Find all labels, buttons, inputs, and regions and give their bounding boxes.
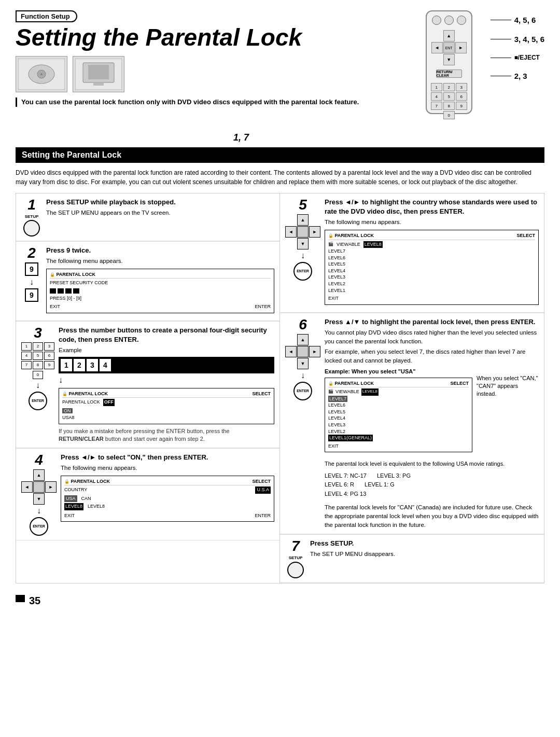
step-2-menu-footer: EXIT ENTER [50,303,271,311]
steps-grid: 1 SETUP Press SETUP while playback is st… [16,193,544,583]
ng-7: 7 [21,361,32,369]
ng-1: 1 [21,342,32,351]
d4-left: ◄ [21,481,33,493]
arrow-down-2a: ↓ [30,277,34,287]
dpad-6: ▲ ◄ ► ▼ [285,334,320,369]
step-3-on: ON [62,408,271,415]
annot-3456: 3, 4, 5, 6 [491,35,544,44]
d6-tr [309,334,320,345]
dpad-tr [455,30,467,41]
annot-eject-label: ■/EJECT [514,54,540,61]
step-3-menu-title: 🔒 PARENTAL LOCK SELECT [62,391,271,398]
step-5-menu: 🔒 PARENTAL LOCK SELECT 🎬 VIEWABLE LEVEL8… [325,230,539,305]
dpad-down: ▼ [443,54,455,65]
step-6-levels-table: LEVEL 7: NC-17 LEVEL 3: PG LEVEL 6: R LE… [325,471,539,499]
step-5-desc: The following menu appears. [325,218,539,227]
d5-right: ► [309,226,320,238]
step-4-number: 4 [35,453,43,467]
return-clear-bold: RETURN/CLEAR [59,436,104,442]
dpad-tl [431,30,443,41]
d6-down: ▼ [297,358,309,369]
annot-456: 4, 5, 6 [491,16,544,24]
return-clear-area: RETURN/ CLEAR [427,69,471,78]
digit-display: 1 2 3 4 [59,357,274,373]
numpad-5: 5 [443,92,455,101]
s6-lvl2: LEVEL2 [328,428,469,435]
setup-btn-7 [287,562,304,578]
rating-row-2: LEVEL 6: R LEVEL 1: G [325,480,539,490]
step-7: 7 SETUP Press SETUP. The SET UP MENU dis… [280,535,544,583]
remote-dpad: ▲ ◄ ENT ► ▼ [431,30,467,65]
annot-456-label: 4, 5, 6 [514,16,536,24]
annot-17: 1, 7 [233,132,544,143]
step-1: 1 SETUP Press SETUP while playback is st… [16,193,279,241]
numpad-6: 6 [456,92,467,101]
step-4-icons: ▲ ◄ ► ▼ ↓ ENTER [21,469,57,536]
step-2-num-block: 2 9 ↓ 9 [21,246,42,316]
svg-point-3 [40,73,43,75]
step-5-levels: LEVEL7 LEVEL6 LEVEL5 LEVEL4 LEVEL3 LEVEL… [328,248,535,294]
step-6-num-block: 6 ▲ ◄ ► ▼ ↓ [285,317,320,530]
step-2-title: Press 9 twice. [46,246,274,255]
d4-tr [45,469,57,481]
d6-bl [285,358,297,369]
lvl5: LEVEL5 [328,261,535,268]
step-6-can-note: When you select "CAN," "CAN7" appears in… [477,374,539,398]
step-4-exit: EXIT [64,512,75,520]
section-title-bar: Setting the Parental Lock [16,147,544,163]
remote-btn-top-left [432,16,441,25]
step-5-body: Press ◄/► to highlight the country whose… [325,198,539,308]
annot-eject: ■/EJECT [491,54,544,61]
step-1-icons: SETUP [23,214,40,237]
ng-4: 4 [21,352,32,360]
remote-numpad: 1 2 3 4 5 6 7 8 9 0 [427,83,471,119]
step-7-num-block: 7 SETUP [285,539,306,578]
ng-5: 5 [33,352,43,360]
step-2-number: 2 [27,246,36,260]
step-7-number: 7 [291,539,300,553]
step-2-desc: The following menu appears. [46,257,274,266]
d5-tl [285,214,297,226]
step-7-icons: SETUP [287,555,304,578]
step-4-usa2: USA [64,495,77,503]
step-4-level8: LEVEL8 [64,503,83,510]
section-title-text: Setting the Parental Lock [22,150,121,159]
step-6-menu2-title: 🔒 PARENTAL LOCK SELECT [328,380,469,388]
d4-right: ► [45,481,57,493]
header-diagram: ▲ ◄ ENT ► ▼ RETURN/ CLEAR [415,10,544,124]
step-4-country-row: COUNTRY U.S.A [64,486,271,494]
s6-lvl6: LEVEL6 [328,402,469,409]
arrow-3b: ↓ [59,376,274,385]
lvl1: LEVEL1 [328,287,535,294]
dot-3 [65,288,72,294]
step-3-menu-body: PARENTAL LOCK OFF [62,399,271,406]
remote-body: ▲ ◄ ENT ► ▼ RETURN/ CLEAR [426,10,472,114]
level1-rating: LEVEL 1: G [365,480,395,490]
step-6-icons: ▲ ◄ ► ▼ ↓ ENTER [285,334,320,400]
step-2-menu-title: 🔒 PARENTAL LOCK [50,271,271,279]
num-9-box-bot: 9 [25,288,38,302]
step-3-usa: USA8 [62,414,271,422]
dpad-left: ◄ [431,42,443,53]
arrow-5: ↓ [301,251,305,260]
step-7-desc: The SET UP MENU disappears. [310,550,539,559]
ng-9: 9 [44,361,54,369]
dpad-5: ▲ ◄ ► ▼ [285,214,320,249]
step-5-num-block: 5 ▲ ◄ ► ▼ ↓ [285,198,320,308]
step-4-body: Press ◄/► to select "ON," then press ENT… [61,453,274,536]
step-2: 2 9 ↓ 9 Press 9 twice. The following men… [16,242,279,321]
step-3-body: Press the number buttons to create a per… [59,326,274,443]
step-3-note: If you make a mistake before pressing th… [59,427,274,443]
digit-3: 3 [87,359,98,371]
d4-bl [21,493,33,505]
step-4-menu-title: 🔒 PARENTAL LOCK SELECT [64,478,271,486]
step-2-enter: ENTER [255,303,271,311]
step-1-body: Press SETUP while playback is stopped. T… [46,198,274,237]
step-4-us-highlight: U.S.A [255,486,271,494]
on-label: ON [62,408,73,413]
numpad-8: 8 [443,102,455,110]
s6-lvl7: LEVEL7 [328,396,347,402]
step-4-row2: USA CAN [64,495,271,503]
page: Function Setup Setting the Parental Lock [0,0,560,617]
numpad-0: 0 [443,111,455,119]
